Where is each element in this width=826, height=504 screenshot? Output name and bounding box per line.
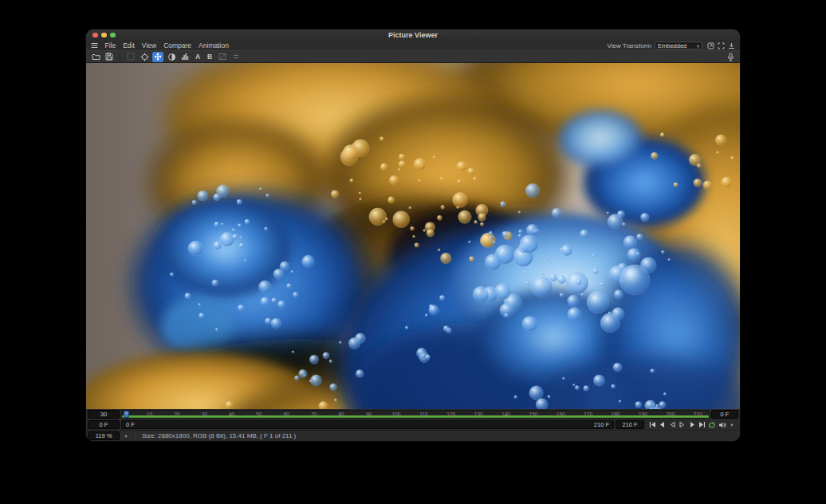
microphone-icon[interactable]	[725, 52, 736, 62]
target-tool-icon[interactable]	[139, 52, 150, 62]
timeline-tick-label: 100	[391, 411, 400, 417]
open-folder-button[interactable]	[90, 52, 101, 62]
menu-item-compare[interactable]: Compare	[160, 41, 195, 49]
window-titlebar[interactable]: Picture Viewer	[86, 30, 740, 41]
play-forward-button[interactable]	[678, 421, 686, 429]
timeline-tick-label: 90	[366, 411, 372, 417]
menu-items: FileEditViewCompareAnimation	[101, 41, 232, 49]
transport-options-dropdown[interactable]: ▾	[728, 421, 736, 429]
traffic-lights	[92, 33, 116, 38]
next-frame-button[interactable]	[688, 421, 696, 429]
menu-item-edit[interactable]: Edit	[120, 41, 139, 49]
timeline-tick-label: 200	[666, 411, 675, 417]
chevron-down-icon: ▾	[697, 43, 699, 49]
render-canvas[interactable]	[86, 63, 740, 409]
range-end-label: 210 F	[594, 421, 609, 428]
fullscreen-icon[interactable]	[718, 42, 725, 49]
timeline-ruler[interactable]: 1020304050607080901001101201301401501601…	[121, 410, 710, 419]
menu-item-animation[interactable]: Animation	[195, 41, 233, 49]
timeline-tick-label: 210	[694, 411, 702, 417]
compare-swap-icon[interactable]	[230, 52, 242, 62]
zoom-level-field[interactable]: 119 %	[88, 431, 120, 440]
close-window-button[interactable]	[92, 33, 98, 38]
version-b-button[interactable]: B	[205, 52, 214, 62]
version-a-button[interactable]: A	[193, 52, 203, 62]
timeline-tick-label: 190	[639, 411, 647, 417]
timeline-tick-label: 50	[256, 411, 262, 417]
zoom-window-button[interactable]	[110, 33, 116, 38]
loop-playback-button[interactable]	[708, 421, 716, 429]
pan-tool-button[interactable]	[152, 52, 163, 62]
framerate-field[interactable]: 30	[88, 410, 120, 419]
menu-item-view[interactable]: View	[138, 41, 159, 49]
cached-frames-bar	[122, 415, 709, 418]
window-title: Picture Viewer	[86, 31, 740, 39]
timeline-tick-label: 170	[584, 411, 592, 417]
minimize-window-button[interactable]	[101, 33, 107, 38]
current-frame-field[interactable]: 0 F	[88, 420, 120, 429]
open-new-window-icon[interactable]	[707, 42, 714, 49]
timeline-tick-label: 130	[474, 411, 483, 417]
preview-range-slider[interactable]: 0 F 210 F	[121, 420, 614, 429]
transport-row: 0 F 0 F 210 F 210 F	[86, 419, 740, 430]
timeline-tick-label: 80	[339, 411, 344, 417]
timeline-tick-label: 120	[446, 411, 455, 417]
toolbar: A B	[86, 50, 740, 63]
timeline-scrubber-handle[interactable]	[124, 411, 129, 418]
status-bar: 119 % ▾ Size: 2880x1800, RGB (8 Bit), 15…	[86, 430, 740, 441]
timeline-tick-label: 160	[557, 411, 565, 417]
region-select-icon[interactable]	[125, 52, 136, 62]
picture-viewer-window: Picture Viewer FileEditViewCompareAnimat…	[86, 30, 740, 441]
timeline-tick-label: 40	[229, 411, 234, 417]
timeline-tick-label: 10	[147, 411, 152, 417]
view-transform-label: View Transform	[608, 42, 651, 49]
histogram-icon[interactable]	[179, 52, 191, 62]
timeline-row: 30 1020304050607080901001101201301401501…	[86, 409, 740, 419]
menu-bar: FileEditViewCompareAnimation View Transf…	[86, 41, 740, 50]
hamburger-menu-icon[interactable]	[91, 42, 98, 49]
zoom-preset-dropdown[interactable]: ▾	[122, 431, 130, 440]
rendered-image	[86, 63, 740, 409]
desktop-background: Picture Viewer FileEditViewCompareAnimat…	[0, 0, 826, 504]
timeline-tick-label: 150	[529, 411, 537, 417]
end-frame-field[interactable]: 210 F	[616, 420, 644, 429]
timeline-tick-label: 140	[502, 411, 510, 417]
toolbar-separator	[120, 53, 120, 61]
transport-controls: ▾	[646, 421, 738, 429]
menu-item-file[interactable]: File	[101, 41, 120, 49]
previous-frame-button[interactable]	[659, 421, 667, 429]
contrast-icon[interactable]	[166, 52, 177, 62]
range-start-label: 0 F	[126, 421, 135, 428]
timeline-tick-label: 20	[174, 411, 179, 417]
timeline-tick-label: 110	[419, 411, 427, 417]
timeline-tick-label: 180	[612, 411, 620, 417]
goto-start-button[interactable]	[648, 421, 656, 429]
timeline-tick-label: 70	[311, 411, 317, 417]
goto-end-button[interactable]	[698, 421, 706, 429]
view-transform-select[interactable]: Embedded ▾	[655, 41, 702, 49]
export-image-icon[interactable]	[728, 42, 735, 49]
timeline-tick-label: 30	[202, 411, 207, 417]
play-backward-button[interactable]	[668, 421, 676, 429]
save-image-button[interactable]	[104, 52, 115, 62]
timeline-tick-label: 60	[284, 411, 289, 417]
view-transform-value: Embedded	[658, 42, 686, 49]
compare-ab-split-icon[interactable]	[217, 52, 228, 62]
sound-toggle-button[interactable]	[718, 421, 726, 429]
image-info-text: Size: 2880x1800, RGB (8 Bit), 15.41 MB, …	[135, 432, 296, 440]
timeline-frame-field[interactable]: 0 F	[711, 410, 738, 419]
